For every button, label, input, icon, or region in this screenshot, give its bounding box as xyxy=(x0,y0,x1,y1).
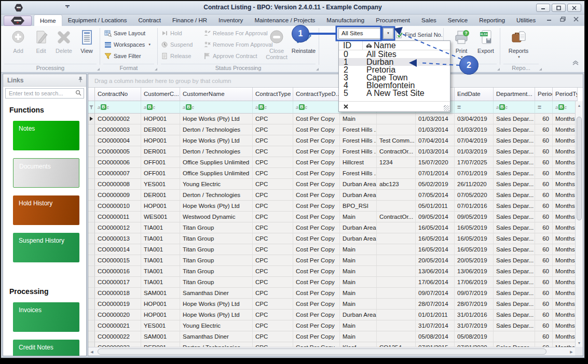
table-row[interactable]: CO0000015TIA001Titan GroupCPCCost Per Co… xyxy=(88,255,575,266)
release-for-approval-button[interactable]: Release For Approval xyxy=(203,29,268,37)
status-processing-dialog-launcher[interactable] xyxy=(316,68,319,71)
table-row[interactable]: CO0000011WES001Westwood DynamicCPCCost P… xyxy=(88,212,575,222)
find-serial-button[interactable]: Find Serial No. xyxy=(395,31,443,39)
table-row[interactable]: CO0000008YES001Young ElectricCPCCost Per… xyxy=(88,179,575,190)
workspaces-button[interactable]: Workspaces ▼ xyxy=(104,40,151,49)
mdi-minimize-button[interactable] xyxy=(546,17,552,22)
scroll-down-button[interactable]: ▼ xyxy=(576,339,583,347)
remove-from-approval-button[interactable]: Remove From Approval xyxy=(203,40,273,49)
application-button[interactable] xyxy=(4,16,32,26)
sidebar-button-notes[interactable]: Notes xyxy=(13,121,79,150)
suspend-button[interactable]: Suspend xyxy=(161,40,193,49)
filter-cell-department[interactable]: aBc xyxy=(494,101,535,114)
minimize-button[interactable] xyxy=(536,4,550,12)
table-row[interactable]: CO0000014TIA001Titan GroupCPCCost Per Co… xyxy=(88,244,575,255)
sidebar-button-hold-history[interactable]: Hold History xyxy=(13,195,79,225)
release-button[interactable]: Release xyxy=(161,52,191,60)
filter-cell-customername[interactable]: aBc xyxy=(180,101,253,114)
table-row[interactable]: CO0000022SAM001Samanthas DinerCPCCost Pe… xyxy=(88,331,575,342)
site-selector-dropdown-button[interactable]: ▼ xyxy=(383,28,393,39)
sidebar-search-input[interactable] xyxy=(8,90,75,97)
tab-finance-hr[interactable]: Finance / HR xyxy=(167,15,213,26)
close-button[interactable] xyxy=(567,4,581,12)
filter-cell-contracttyped[interactable]: aBc xyxy=(293,101,340,114)
table-row[interactable]: CO0000003DER001Derton / TechnologiesCPCC… xyxy=(88,124,575,135)
site-option-bloemfontein[interactable]: 4Bloemfontein xyxy=(339,81,450,89)
table-row[interactable]: CO0000012TIA001Titan GroupCPCCost Per Co… xyxy=(88,222,575,233)
print-dialog-launcher[interactable] xyxy=(497,68,500,71)
column-header-period[interactable]: Period xyxy=(535,88,553,101)
column-header-periodtyp[interactable]: PeriodTyp... xyxy=(553,88,578,101)
group-by-panel[interactable]: Drag a column header here to group by th… xyxy=(88,74,583,88)
site-option-all-sites[interactable]: 0All Sites xyxy=(339,50,450,58)
tab-sales[interactable]: Sales xyxy=(416,15,442,26)
sidebar-button-suspend-history[interactable]: Suspend History xyxy=(13,233,79,262)
tab-manufacturing[interactable]: Manufacturing xyxy=(321,15,370,26)
filter-cell-contracttype[interactable]: aBc xyxy=(253,101,293,114)
table-row[interactable]: CO0000004HOP001Hope Works (Pty) LtdCPCCo… xyxy=(88,135,575,146)
maximize-button[interactable] xyxy=(552,4,566,12)
column-header-enddate[interactable]: EndDate xyxy=(455,88,494,101)
approve-contract-button[interactable]: Approve Contract xyxy=(203,52,257,60)
table-row[interactable]: CO0000007OFF001Office Supplies Unlimited… xyxy=(88,168,575,179)
vertical-scrollbar[interactable]: ▲ ▼ xyxy=(575,101,583,347)
collapse-ribbon-button[interactable] xyxy=(572,59,579,68)
site-selector-combobox[interactable]: All Sites xyxy=(338,28,383,39)
column-header-department[interactable]: Department... xyxy=(494,88,535,101)
sidebar-button-credit-notes[interactable]: Credit Notes xyxy=(13,340,79,356)
tab-inventory[interactable]: Inventory xyxy=(213,15,249,26)
table-row[interactable]: CO0000020HOP001Hope Works (Pty) LtdCPCCo… xyxy=(88,310,575,320)
table-row[interactable]: CO0000005DER001Derton / TechnologiesCPCC… xyxy=(88,146,575,157)
table-row[interactable]: CO0000023DER001Derton / TechnologiesCPCC… xyxy=(88,342,575,347)
mdi-restore-button[interactable] xyxy=(559,17,566,22)
tab-maintenance-projects[interactable]: Maintenance / Projects xyxy=(249,15,321,26)
tab-home[interactable]: Home xyxy=(34,15,62,26)
filter-cell-enddate[interactable]: = xyxy=(455,101,494,114)
column-header-contractno[interactable]: ContractNo xyxy=(95,88,141,101)
filter-cell-contractno[interactable]: aBc xyxy=(95,101,141,114)
table-row[interactable]: CO0000019HOP001Hope Works (Pty) LtdCPCCo… xyxy=(88,299,575,310)
tab-contract[interactable]: Contract xyxy=(132,15,166,26)
clear-filter-icon[interactable] xyxy=(344,104,348,110)
site-option-durban[interactable]: 1Durban xyxy=(339,58,450,66)
site-option-pretoria[interactable]: 2Pretoria xyxy=(339,66,450,74)
save-filter-button[interactable]: Save Filter xyxy=(104,52,141,60)
site-option-cape-town[interactable]: 3Cape Town xyxy=(339,74,450,81)
column-header-customerc[interactable]: CustomerC... xyxy=(141,88,180,101)
processing-dialog-launcher[interactable] xyxy=(97,68,100,71)
reports-dialog-launcher[interactable] xyxy=(539,68,542,71)
hold-button[interactable]: Hold xyxy=(161,29,182,37)
format-dialog-launcher[interactable] xyxy=(155,68,157,71)
scroll-right-button[interactable]: ▶ xyxy=(568,348,575,356)
site-name-column-header[interactable]: Name xyxy=(363,41,450,50)
pin-icon[interactable] xyxy=(78,76,83,84)
tab-reporting[interactable]: Reporting xyxy=(473,15,511,26)
table-row[interactable]: CO0000009DER001Derton / TechnologiesCPCC… xyxy=(88,190,575,201)
site-option-a-new-test-site[interactable]: 5A New Test Site xyxy=(339,89,450,97)
scroll-left-button[interactable]: ◀ xyxy=(88,348,95,356)
tab-utilities[interactable]: Utilities xyxy=(511,15,541,26)
column-header-contracttype[interactable]: ContractType xyxy=(253,88,293,101)
filter-cell-period[interactable]: = xyxy=(535,101,553,114)
horizontal-scroll-thumb[interactable] xyxy=(98,348,546,355)
tab-equipment-locations[interactable]: Equipment / Locations xyxy=(62,15,133,26)
search-icon[interactable] xyxy=(75,89,81,98)
save-layout-button[interactable]: Save Layout xyxy=(104,29,145,37)
column-header-customername[interactable]: CustomerName xyxy=(180,88,253,101)
filter-cell-customerc[interactable]: aBc xyxy=(141,101,180,114)
table-row[interactable]: CO0000018SAM001Samanthas DinerCPCCost Pe… xyxy=(88,288,575,299)
resize-grip[interactable] xyxy=(444,105,449,111)
mdi-close-button[interactable] xyxy=(573,17,579,22)
scroll-up-button[interactable]: ▲ xyxy=(576,101,583,109)
vertical-scroll-thumb[interactable] xyxy=(577,117,582,220)
table-row[interactable]: CO0000002HOP001Hope Works (Pty) LtdCPCCo… xyxy=(88,114,575,124)
table-row[interactable]: CO0000016TIA001Titan GroupCPCCost Per Co… xyxy=(88,266,575,277)
table-row[interactable]: CO0000021YES001Young ElectricCPCCost Per… xyxy=(88,320,575,331)
horizontal-scrollbar[interactable]: ◀ ▶ xyxy=(88,347,575,356)
column-header-contracttyped[interactable]: ContractTypeD... xyxy=(293,88,340,101)
tab-procurement[interactable]: Procurement xyxy=(370,15,416,26)
table-row[interactable]: CO0000010HOP001Hope Works (Pty) LtdCPCCo… xyxy=(88,201,575,212)
site-id-column-header[interactable]: ID xyxy=(339,41,363,50)
tab-service[interactable]: Service xyxy=(442,15,473,26)
table-row[interactable]: CO0000013TIA001Titan GroupCPCCost Per Co… xyxy=(88,233,575,244)
